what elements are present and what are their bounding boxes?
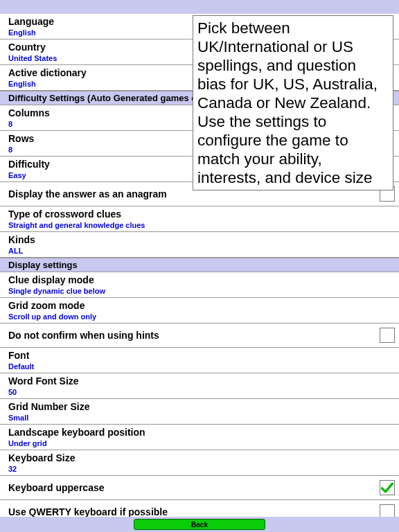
label: Do not confirm when using hints [8,325,391,346]
row-grid-zoom-mode[interactable]: Grid zoom mode Scroll up and down only [0,298,399,323]
value: Single dynamic clue below [8,286,391,296]
row-font[interactable]: Font Default [0,348,399,373]
row-no-confirm-hints[interactable]: Do not confirm when using hints [0,323,399,348]
value: Default [8,362,391,371]
row-word-font-size[interactable]: Word Font Size 50 [0,373,399,399]
checkmark-icon [380,479,394,496]
label: Kinds [8,233,391,246]
row-keyboard-size[interactable]: Keyboard Size 32 [0,450,399,476]
settings-list: Language English Country United States A… [0,14,399,524]
row-clue-type[interactable]: Type of crossword clues Straight and gen… [0,206,399,232]
bottom-bar: Back [0,517,399,532]
status-bar [0,0,399,14]
label: Word Font Size [8,375,391,387]
label: Font [8,349,391,362]
noconfirm-checkbox[interactable] [380,328,395,343]
value: 32 [8,464,391,474]
value: Small [8,413,391,423]
help-tooltip: Pick between UK/International or US spel… [193,15,393,190]
label: Keyboard uppercase [8,477,391,498]
label: Keyboard Size [8,452,391,464]
row-clue-display-mode[interactable]: Clue display mode Single dynamic clue be… [0,272,399,298]
label: Grid zoom mode [8,299,391,312]
value: Scroll up and down only [8,312,391,321]
value: ALL [8,246,391,256]
section-display-header: Display settings [0,258,399,272]
value: 50 [8,387,391,397]
value: Under grid [8,438,391,448]
row-keyboard-uppercase[interactable]: Keyboard uppercase [0,476,399,500]
row-grid-number-size[interactable]: Grid Number Size Small [0,399,399,425]
value: Straight and general knowledge clues [8,220,391,230]
label: Type of crossword clues [8,208,391,220]
kbupper-checkbox[interactable] [380,480,395,495]
label: Landscape keyboard position [8,426,391,438]
label: Clue display mode [8,274,391,286]
row-kinds[interactable]: Kinds ALL [0,232,399,258]
label: Grid Number Size [8,400,391,413]
row-landscape-keyboard-position[interactable]: Landscape keyboard position Under grid [0,425,399,450]
back-button[interactable]: Back [134,519,265,530]
